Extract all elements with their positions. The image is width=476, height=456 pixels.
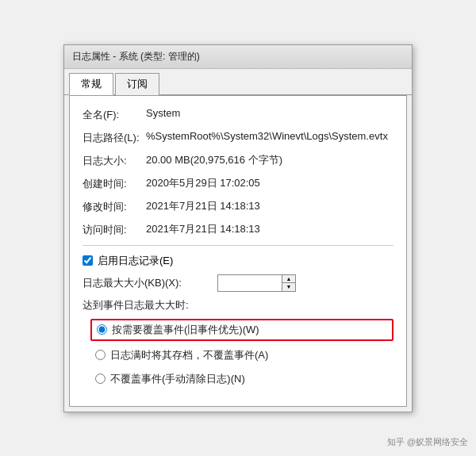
dialog-title: 日志属性 - 系统 (类型: 管理的): [72, 50, 200, 63]
tab-subscription[interactable]: 订阅: [115, 73, 159, 95]
spinbox-down-button[interactable]: ▼: [282, 283, 295, 291]
fullname-label: 全名(F):: [83, 107, 146, 122]
logpath-row: 日志路径(L): %SystemRoot%\System32\Winevt\Lo…: [83, 130, 393, 145]
spinbox-up-button[interactable]: ▲: [282, 275, 295, 283]
tab-bar: 常规 订阅: [64, 69, 412, 95]
created-label: 创建时间:: [83, 176, 146, 191]
radio-nooverwrite-label[interactable]: 不覆盖事件(手动清除日志)(N): [110, 372, 245, 386]
overwrite-section-label: 达到事件日志最大大时:: [83, 298, 393, 312]
radio-archive-label[interactable]: 日志满时将其存档，不覆盖事件(A): [110, 348, 268, 362]
radio-row-overwrite: 按需要覆盖事件(旧事件优先)(W): [90, 319, 393, 341]
tab-general[interactable]: 常规: [69, 73, 113, 95]
accessed-row: 访问时间: 2021年7月21日 14:18:13: [83, 222, 393, 237]
divider: [83, 245, 393, 246]
tab-content: 全名(F): System 日志路径(L): %SystemRoot%\Syst…: [69, 95, 407, 407]
logsize-row: 日志大小: 20.00 MB(20,975,616 个字节): [83, 153, 393, 168]
radio-options: 按需要覆盖事件(旧事件优先)(W) 日志满时将其存档，不覆盖事件(A) 不覆盖事…: [90, 319, 393, 389]
maxsize-spinbox[interactable]: 20480 ▲ ▼: [217, 274, 296, 292]
radio-row-archive: 日志满时将其存档，不覆盖事件(A): [90, 346, 393, 365]
enable-logging-row: 启用日志记录(E): [83, 254, 393, 268]
radio-overwrite-label[interactable]: 按需要覆盖事件(旧事件优先)(W): [112, 323, 259, 337]
maxsize-row: 日志最大大小(KB)(X): 20480 ▲ ▼: [83, 274, 393, 292]
spinbox-buttons: ▲ ▼: [282, 275, 295, 291]
maxsize-label: 日志最大大小(KB)(X):: [83, 275, 217, 290]
title-bar: 日志属性 - 系统 (类型: 管理的): [64, 45, 412, 69]
dialog: 日志属性 - 系统 (类型: 管理的) 常规 订阅 全名(F): System …: [63, 44, 413, 412]
modified-label: 修改时间:: [83, 199, 146, 214]
fullname-row: 全名(F): System: [83, 107, 393, 122]
maxsize-input[interactable]: 20480: [218, 275, 282, 291]
enable-logging-label[interactable]: 启用日志记录(E): [98, 254, 173, 268]
radio-no-overwrite[interactable]: [95, 374, 106, 384]
accessed-value: 2021年7月21日 14:18:13: [146, 222, 393, 236]
fullname-value: System: [146, 107, 393, 119]
accessed-label: 访问时间:: [83, 222, 146, 237]
modified-row: 修改时间: 2021年7月21日 14:18:13: [83, 199, 393, 214]
enable-logging-checkbox[interactable]: [83, 255, 93, 266]
modified-value: 2021年7月21日 14:18:13: [146, 199, 393, 213]
logpath-label: 日志路径(L):: [83, 130, 146, 145]
logpath-value: %SystemRoot%\System32\Winevt\Logs\System…: [146, 130, 393, 142]
radio-overwrite-events[interactable]: [97, 324, 107, 335]
created-row: 创建时间: 2020年5月29日 17:02:05: [83, 176, 393, 191]
radio-archive-events[interactable]: [95, 350, 106, 360]
watermark: 知乎 @蚁景网络安全: [387, 436, 468, 448]
logsize-label: 日志大小:: [83, 153, 146, 168]
logsize-value: 20.00 MB(20,975,616 个字节): [146, 153, 393, 167]
created-value: 2020年5月29日 17:02:05: [146, 176, 393, 190]
radio-row-nooverwrite: 不覆盖事件(手动清除日志)(N): [90, 370, 393, 389]
